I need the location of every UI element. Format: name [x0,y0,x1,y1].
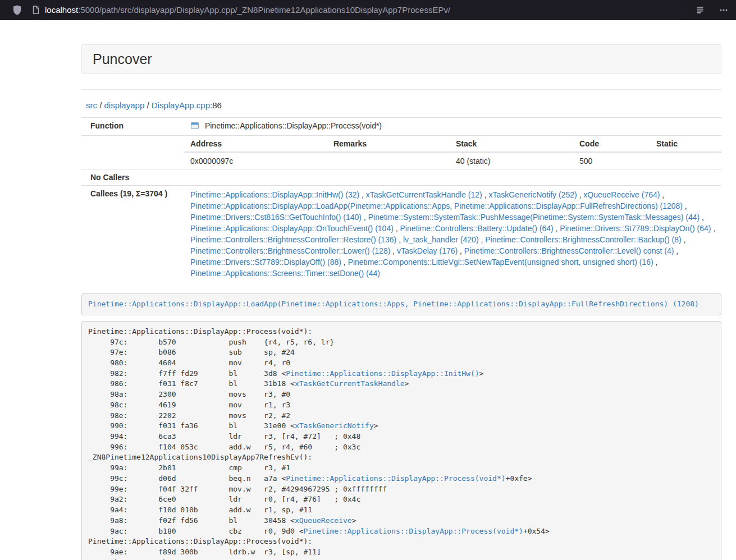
shield-icon[interactable] [12,5,22,15]
col-static: Static [650,136,721,152]
function-row: Function Pinetime::Applications::Display… [81,118,721,136]
col-remarks: Remarks [327,136,449,152]
function-icon [190,121,199,132]
stats-values-row: 0x0000097c 40 (static) 500 [184,152,721,169]
url-path: :5000/path/src/displayapp/DisplayApp.cpp… [78,5,450,15]
page-info-icon[interactable] [32,6,39,14]
value-code: 500 [573,152,650,169]
stats-cell: Address Remarks Stack Code Static 0x0000… [184,136,721,169]
no-callers-cell [184,169,721,186]
col-code: Code [573,136,650,152]
value-stack: 40 (static) [449,152,573,169]
main-content: Puncover src / displayapp / DisplayApp.c… [81,44,721,560]
callee-link[interactable]: Pinetime::Controllers::BrightnessControl… [190,235,396,244]
disasm-symbol-link[interactable]: Pinetime::Applications::DisplayApp::Proc… [304,527,523,535]
callee-link[interactable]: xQueueReceive (764) [583,190,660,199]
stats-table: Address Remarks Stack Code Static 0x0000… [184,136,721,169]
callee-link[interactable]: Pinetime::Components::LittleVgl::SetNewT… [348,258,653,267]
breadcrumb-link-displayapp.cpp[interactable]: DisplayApp.cpp [152,100,210,110]
selected-symbol-box: Pinetime::Applications::DisplayApp::Load… [81,293,721,315]
value-remarks [327,152,449,169]
callee-link[interactable]: Pinetime::Drivers::St7789::DisplayOff() … [190,258,341,267]
no-callers-row: No Callers [81,169,721,186]
no-callers-label: No Callers [81,169,184,186]
col-address: Address [184,136,327,152]
callees-list: Pinetime::Applications::DisplayApp::Init… [184,186,721,283]
stats-header-row: Address Remarks Stack Code Static [184,136,721,152]
breadcrumb-link-src[interactable]: src [86,100,97,110]
callee-link[interactable]: Pinetime::Applications::Screens::Timer::… [190,269,380,278]
function-cell: Pinetime::Applications::DisplayApp::Proc… [184,118,721,136]
callee-link[interactable]: Pinetime::Applications::DisplayApp::Load… [190,201,683,210]
url-hostname: localhost [45,5,78,15]
disassembly-block: Pinetime::Applications::DisplayApp::Proc… [81,321,721,560]
function-name: Pinetime::Applications::DisplayApp::Proc… [205,121,382,130]
callee-link[interactable]: xTaskGetCurrentTaskHandle (12) [366,190,482,199]
browser-chrome: localhost:5000/path/src/displayapp/Displ… [0,0,736,20]
disasm-symbol-link[interactable]: Pinetime::Applications::DisplayApp::Proc… [286,474,505,483]
load-app-symbol-link[interactable]: Pinetime::Applications::DisplayApp::Load… [88,300,699,308]
callee-link[interactable]: Pinetime::Controllers::BrightnessControl… [485,235,681,244]
disasm-symbol-link[interactable]: xTaskGetCurrentTaskHandle [295,379,405,388]
col-stack: Stack [449,136,573,152]
callee-link[interactable]: Pinetime::Applications::DisplayApp::OnTo… [190,224,394,233]
callee-link[interactable]: Pinetime::Controllers::BrightnessControl… [464,246,674,255]
callee-link[interactable]: Pinetime::Controllers::BrightnessControl… [190,246,390,255]
callee-link[interactable]: Pinetime::Applications::DisplayApp::Init… [190,190,359,199]
callee-link[interactable]: Pinetime::Drivers::St7789::DisplayOn() (… [560,224,711,233]
callee-link[interactable]: Pinetime::Controllers::Battery::Update()… [400,224,554,233]
page-title: Puncover [93,51,710,67]
callee-link[interactable]: Pinetime::System::SystemTask::PushMessag… [368,213,700,222]
callee-link[interactable]: xTaskGenericNotify (252) [488,190,577,199]
callee-link[interactable]: lv_task_handler (420) [403,235,479,244]
app-header-panel: Puncover [81,44,721,74]
disasm-symbol-link[interactable]: xQueueReceive [295,516,352,525]
url-text: localhost:5000/path/src/displayapp/Displ… [45,5,450,15]
disasm-symbol-link[interactable]: xTaskGenericNotify [295,421,374,430]
callees-row: Callees (19, Σ=3704 ) Pinetime::Applicat… [81,186,721,283]
symbol-table: Function Pinetime::Applications::Display… [81,117,721,282]
reader-view-icon[interactable] [696,6,705,15]
callee-link[interactable]: Pinetime::Drivers::Cst816S::GetTouchInfo… [190,213,362,222]
callee-link[interactable]: vTaskDelay (176) [397,246,458,255]
function-label: Function [81,118,184,136]
breadcrumb-link-displayapp[interactable]: displayapp [104,100,145,110]
more-options-icon[interactable] [719,6,728,15]
disasm-symbol-link[interactable]: Pinetime::Applications::DisplayApp::Init… [286,369,479,378]
callees-label: Callees (19, Σ=3704 ) [81,186,184,283]
url-bar[interactable]: localhost:5000/path/src/displayapp/Displ… [28,2,688,19]
divider [81,89,721,90]
stats-label-empty [81,136,184,169]
breadcrumb: src / displayapp / DisplayApp.cpp:86 [81,100,721,110]
stats-row: Address Remarks Stack Code Static 0x0000… [81,136,721,169]
value-address: 0x0000097c [184,152,327,169]
value-static [650,152,721,169]
